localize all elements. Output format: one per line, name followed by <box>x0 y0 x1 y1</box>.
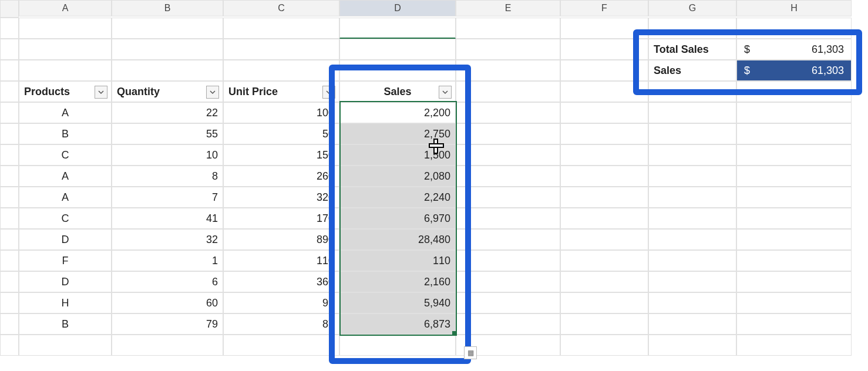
filter-button-unit-price[interactable] <box>322 86 335 99</box>
cell-sales[interactable]: 6,970 <box>339 208 456 229</box>
cell[interactable] <box>223 39 339 60</box>
cell[interactable] <box>560 292 648 313</box>
cell[interactable] <box>736 123 852 144</box>
cell-quantity[interactable]: 22 <box>112 102 223 123</box>
cell-unit-price[interactable]: 170 <box>223 208 339 229</box>
cell[interactable] <box>560 229 648 250</box>
cell[interactable] <box>560 208 648 229</box>
cell[interactable] <box>560 144 648 166</box>
cell[interactable] <box>648 102 736 123</box>
cell[interactable] <box>560 250 648 271</box>
cell[interactable] <box>19 60 112 81</box>
cell-product[interactable]: F <box>19 250 112 271</box>
header-unit-price[interactable]: Unit Price <box>223 81 339 102</box>
cell[interactable] <box>456 187 560 208</box>
cell[interactable] <box>736 187 852 208</box>
cell-quantity[interactable]: 32 <box>112 229 223 250</box>
cell[interactable] <box>19 335 112 356</box>
cell[interactable] <box>736 81 852 102</box>
cell-sales[interactable]: 110 <box>339 250 456 271</box>
row-number[interactable] <box>0 187 19 208</box>
cell-sales[interactable]: 5,940 <box>339 292 456 313</box>
cell[interactable] <box>736 292 852 313</box>
row-number[interactable] <box>0 18 19 39</box>
cell-product[interactable]: A <box>19 187 112 208</box>
cell[interactable] <box>560 313 648 335</box>
cell[interactable] <box>560 60 648 81</box>
cell[interactable] <box>223 335 339 356</box>
cell[interactable] <box>648 229 736 250</box>
cell[interactable] <box>19 18 112 39</box>
cell-product[interactable]: D <box>19 271 112 292</box>
cell[interactable] <box>560 187 648 208</box>
cell-product[interactable]: C <box>19 208 112 229</box>
cell-quantity[interactable]: 1 <box>112 250 223 271</box>
cell-product[interactable]: D <box>19 229 112 250</box>
cell-unit-price[interactable]: 320 <box>223 187 339 208</box>
cell[interactable] <box>456 102 560 123</box>
cell[interactable] <box>560 18 648 39</box>
cell-unit-price[interactable]: 260 <box>223 166 339 187</box>
cell[interactable] <box>736 208 852 229</box>
cell-quantity[interactable]: 7 <box>112 187 223 208</box>
cell[interactable] <box>648 208 736 229</box>
fill-handle[interactable] <box>452 331 457 336</box>
row-number[interactable] <box>0 144 19 166</box>
row-number[interactable] <box>0 39 19 60</box>
cell-sales[interactable]: 6,873 <box>339 313 456 335</box>
cell-product[interactable]: B <box>19 123 112 144</box>
cell[interactable] <box>648 292 736 313</box>
cell[interactable] <box>456 39 560 60</box>
cell[interactable] <box>648 187 736 208</box>
cell[interactable] <box>456 271 560 292</box>
col-header-F[interactable]: F <box>560 0 648 16</box>
cell[interactable] <box>736 229 852 250</box>
row-number[interactable] <box>0 102 19 123</box>
cell[interactable] <box>648 18 736 39</box>
cell[interactable] <box>560 166 648 187</box>
cell-product[interactable]: A <box>19 166 112 187</box>
cell-sales[interactable]: 1,500 <box>339 144 456 166</box>
cell-sales[interactable]: 2,080 <box>339 166 456 187</box>
col-header-H[interactable]: H <box>736 0 852 16</box>
cell[interactable] <box>339 39 456 60</box>
row-number[interactable] <box>0 123 19 144</box>
cell-quantity[interactable]: 60 <box>112 292 223 313</box>
cell[interactable] <box>648 81 736 102</box>
cell-unit-price[interactable]: 890 <box>223 229 339 250</box>
cell-unit-price[interactable]: 100 <box>223 102 339 123</box>
cell[interactable] <box>560 123 648 144</box>
cell[interactable] <box>736 271 852 292</box>
col-header-C[interactable]: C <box>223 0 339 16</box>
cell[interactable] <box>456 250 560 271</box>
cell[interactable] <box>736 250 852 271</box>
cell[interactable] <box>560 271 648 292</box>
cell[interactable] <box>736 144 852 166</box>
sales-label[interactable]: Sales <box>648 60 736 81</box>
cell-unit-price[interactable]: 360 <box>223 271 339 292</box>
cell[interactable] <box>456 144 560 166</box>
total-sales-label[interactable]: Total Sales <box>648 39 736 60</box>
col-header-D[interactable]: D <box>339 0 456 16</box>
cell-sales[interactable]: 2,750 <box>339 123 456 144</box>
cell-quantity[interactable]: 8 <box>112 166 223 187</box>
select-all-corner[interactable] <box>0 0 19 18</box>
row-number[interactable] <box>0 166 19 187</box>
cell[interactable] <box>648 313 736 335</box>
spreadsheet[interactable]: A B C D E F G H Total Sales $ 61,303 <box>0 0 868 371</box>
row-number[interactable] <box>0 60 19 81</box>
cell[interactable] <box>456 123 560 144</box>
row-number[interactable] <box>0 271 19 292</box>
cell[interactable] <box>456 18 560 39</box>
cell[interactable] <box>339 335 456 356</box>
row-number[interactable] <box>0 250 19 271</box>
header-quantity[interactable]: Quantity <box>112 81 223 102</box>
cell[interactable] <box>648 271 736 292</box>
cell[interactable] <box>456 208 560 229</box>
cell[interactable] <box>648 166 736 187</box>
cell[interactable] <box>560 81 648 102</box>
cell-quantity[interactable]: 10 <box>112 144 223 166</box>
cell[interactable] <box>339 18 456 39</box>
row-number[interactable] <box>0 313 19 335</box>
cell[interactable] <box>560 102 648 123</box>
